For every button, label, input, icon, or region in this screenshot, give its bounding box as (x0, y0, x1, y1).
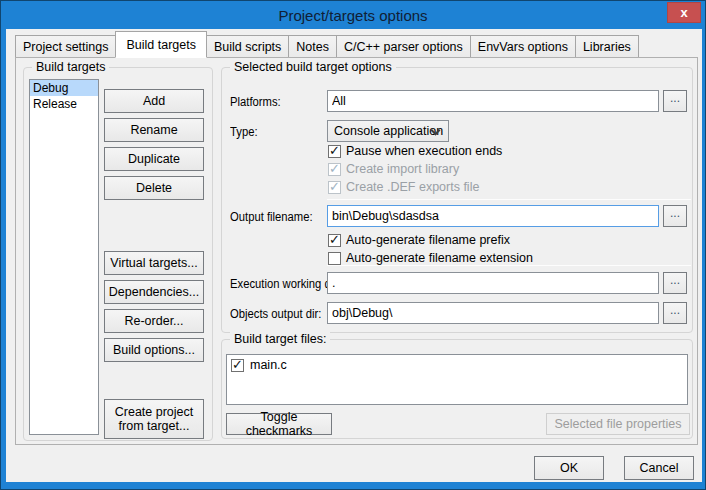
cancel-button[interactable]: Cancel (624, 456, 694, 480)
checkbox (328, 181, 341, 194)
objects-output-dir-label: Objects output dir: (230, 307, 321, 321)
close-icon: x (680, 5, 687, 20)
checkbox-label: Auto-generate filename prefix (346, 233, 510, 247)
tab-libraries[interactable]: Libraries (575, 35, 639, 57)
delete-button[interactable]: Delete (104, 176, 204, 200)
tab-notes[interactable]: Notes (288, 35, 337, 57)
pause-when-execution-ends-checkbox-row[interactable]: Pause when execution ends (328, 144, 502, 158)
objects-output-dir-browse-button[interactable]: ... (663, 302, 687, 324)
dependencies-button[interactable]: Dependencies... (104, 280, 204, 304)
titlebar[interactable]: Project/targets options x (1, 1, 705, 29)
checkbox-label: Create import library (346, 162, 459, 176)
separator (327, 265, 691, 266)
autogen-filename-extension-checkbox-row[interactable]: Auto-generate filename extension (328, 251, 533, 265)
checkbox[interactable] (231, 359, 244, 372)
output-filename-input[interactable] (327, 205, 659, 227)
platforms-input[interactable] (327, 90, 659, 112)
checkbox-label: Pause when execution ends (346, 144, 502, 158)
build-targets-group-label: Build targets (32, 60, 109, 74)
create-def-exports-file-checkbox-row: Create .DEF exports file (328, 180, 479, 194)
execution-working-dir-label: Execution working dir: (230, 277, 340, 291)
checkbox-label: Create .DEF exports file (346, 180, 479, 194)
checkbox (328, 163, 341, 176)
type-dropdown-value: Console application (334, 124, 443, 138)
rename-button[interactable]: Rename (104, 118, 204, 142)
output-filename-label: Output filename: (230, 210, 313, 224)
separator (327, 199, 691, 200)
checkbox-label: Auto-generate filename extension (346, 251, 533, 265)
project-targets-options-dialog: Project/targets options x Project settin… (0, 0, 706, 490)
target-item-release[interactable]: Release (30, 96, 98, 112)
dialog-body: Project settings Build targets Build scr… (6, 29, 702, 482)
tab-build-scripts[interactable]: Build scripts (206, 35, 289, 57)
duplicate-button[interactable]: Duplicate (104, 147, 204, 171)
reorder-button[interactable]: Re-order... (104, 309, 204, 333)
checkbox[interactable] (328, 145, 341, 158)
build-target-files-group-label: Build target files: (230, 332, 330, 346)
objects-output-dir-input[interactable] (327, 302, 659, 324)
file-name[interactable]: main.c (250, 358, 287, 372)
execution-working-dir-input[interactable] (327, 272, 659, 294)
checkbox[interactable] (328, 234, 341, 247)
create-project-from-target-button[interactable]: Create project from target... (104, 399, 204, 439)
platforms-browse-button[interactable]: ... (663, 90, 687, 112)
build-options-button[interactable]: Build options... (104, 338, 204, 362)
tab-cpp-parser-options[interactable]: C/C++ parser options (336, 35, 471, 57)
add-button[interactable]: Add (104, 89, 204, 113)
type-dropdown[interactable]: Console application (327, 120, 449, 142)
type-label: Type: (230, 125, 258, 139)
tab-project-settings[interactable]: Project settings (15, 35, 116, 57)
options-group-label: Selected build target options (230, 60, 396, 74)
file-item-main-c[interactable]: main.c (227, 355, 687, 375)
virtual-targets-button[interactable]: Virtual targets... (104, 251, 204, 275)
target-item-debug[interactable]: Debug (30, 80, 98, 96)
tab-envvars-options[interactable]: EnvVars options (470, 35, 576, 57)
ok-button[interactable]: OK (534, 456, 604, 480)
tab-build-targets[interactable]: Build targets (115, 31, 206, 58)
checkbox[interactable] (328, 252, 341, 265)
output-filename-browse-button[interactable]: ... (663, 205, 687, 227)
tab-bar: Project settings Build targets Build scr… (15, 29, 638, 57)
execution-working-dir-browse-button[interactable]: ... (663, 272, 687, 294)
autogen-filename-prefix-checkbox-row[interactable]: Auto-generate filename prefix (328, 233, 510, 247)
toggle-checkmarks-button[interactable]: Toggle checkmarks (226, 413, 332, 435)
platforms-label: Platforms: (230, 95, 281, 109)
create-import-library-checkbox-row: Create import library (328, 162, 459, 176)
build-targets-list[interactable]: Debug Release (29, 79, 99, 435)
selected-file-properties-button: Selected file properties (546, 413, 690, 435)
build-target-files-list[interactable]: main.c (226, 354, 688, 405)
window-title: Project/targets options (278, 7, 427, 24)
close-button[interactable]: x (667, 2, 701, 23)
